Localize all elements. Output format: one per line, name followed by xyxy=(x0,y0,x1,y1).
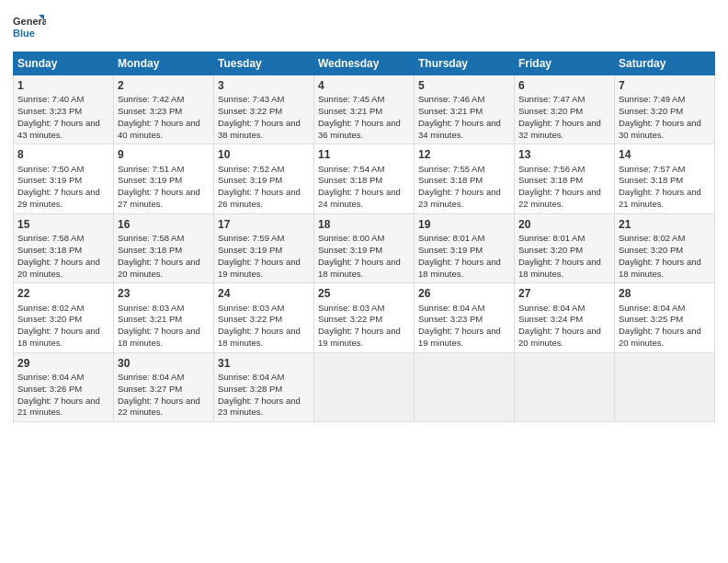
svg-text:Blue: Blue xyxy=(13,28,35,39)
sunset: Sunset: 3:23 PM xyxy=(418,314,483,324)
calendar-cell: 24Sunrise: 8:03 AMSunset: 3:22 PMDayligh… xyxy=(214,283,314,352)
week-row-1: 1Sunrise: 7:40 AMSunset: 3:23 PMDaylight… xyxy=(14,75,715,144)
sunset: Sunset: 3:18 PM xyxy=(418,175,483,185)
sunset: Sunset: 3:20 PM xyxy=(518,106,583,116)
sunrise: Sunrise: 7:55 AM xyxy=(418,164,484,174)
calendar-cell: 21Sunrise: 8:02 AMSunset: 3:20 PMDayligh… xyxy=(615,213,715,282)
week-row-3: 15Sunrise: 7:58 AMSunset: 3:18 PMDayligh… xyxy=(14,213,715,282)
daylight: Daylight: 7 hours and 23 minutes. xyxy=(218,396,301,418)
daylight: Daylight: 7 hours and 26 minutes. xyxy=(218,187,301,209)
sunrise: Sunrise: 7:42 AM xyxy=(118,94,184,104)
sunset: Sunset: 3:20 PM xyxy=(619,245,683,255)
sunrise: Sunrise: 7:58 AM xyxy=(17,233,84,243)
sunset: Sunset: 3:23 PM xyxy=(17,106,82,116)
col-header-saturday: Saturday xyxy=(615,52,715,75)
sunset: Sunset: 3:19 PM xyxy=(118,175,182,185)
calendar-cell xyxy=(415,352,515,421)
day-number: 3 xyxy=(218,78,310,93)
sunset: Sunset: 3:21 PM xyxy=(418,106,483,116)
calendar-cell: 6Sunrise: 7:47 AMSunset: 3:20 PMDaylight… xyxy=(515,75,615,144)
day-number: 20 xyxy=(518,217,610,232)
sunrise: Sunrise: 8:00 AM xyxy=(318,233,384,243)
calendar-cell: 30Sunrise: 8:04 AMSunset: 3:27 PMDayligh… xyxy=(114,352,214,421)
day-number: 29 xyxy=(17,356,109,371)
sunrise: Sunrise: 8:02 AM xyxy=(17,303,84,313)
day-number: 13 xyxy=(518,147,610,162)
sunset: Sunset: 3:19 PM xyxy=(418,245,483,255)
sunrise: Sunrise: 7:59 AM xyxy=(218,233,284,243)
day-number: 5 xyxy=(418,78,510,93)
sunset: Sunset: 3:27 PM xyxy=(118,384,182,394)
sunrise: Sunrise: 8:04 AM xyxy=(118,372,184,382)
daylight: Daylight: 7 hours and 20 minutes. xyxy=(619,326,701,348)
sunset: Sunset: 3:19 PM xyxy=(17,175,82,185)
calendar-cell: 25Sunrise: 8:03 AMSunset: 3:22 PMDayligh… xyxy=(314,283,415,352)
calendar-cell xyxy=(515,352,615,421)
calendar-cell: 27Sunrise: 8:04 AMSunset: 3:24 PMDayligh… xyxy=(515,283,615,352)
calendar-cell: 3Sunrise: 7:43 AMSunset: 3:22 PMDaylight… xyxy=(214,75,314,144)
daylight: Daylight: 7 hours and 18 minutes. xyxy=(118,326,200,348)
sunset: Sunset: 3:28 PM xyxy=(218,384,282,394)
calendar-cell: 31Sunrise: 8:04 AMSunset: 3:28 PMDayligh… xyxy=(214,352,314,421)
day-number: 15 xyxy=(17,217,109,232)
daylight: Daylight: 7 hours and 18 minutes. xyxy=(17,326,100,348)
day-number: 26 xyxy=(418,286,510,301)
day-number: 6 xyxy=(518,78,610,93)
sunrise: Sunrise: 7:52 AM xyxy=(218,164,284,174)
day-number: 9 xyxy=(118,147,210,162)
sunset: Sunset: 3:20 PM xyxy=(518,245,583,255)
week-row-5: 29Sunrise: 8:04 AMSunset: 3:26 PMDayligh… xyxy=(14,352,715,421)
calendar-cell: 28Sunrise: 8:04 AMSunset: 3:25 PMDayligh… xyxy=(615,283,715,352)
daylight: Daylight: 7 hours and 29 minutes. xyxy=(17,187,100,209)
daylight: Daylight: 7 hours and 18 minutes. xyxy=(518,257,601,279)
sunrise: Sunrise: 8:01 AM xyxy=(418,233,484,243)
sunrise: Sunrise: 8:04 AM xyxy=(218,372,284,382)
calendar-cell: 13Sunrise: 7:56 AMSunset: 3:18 PMDayligh… xyxy=(515,144,615,213)
daylight: Daylight: 7 hours and 20 minutes. xyxy=(17,257,100,279)
sunrise: Sunrise: 8:04 AM xyxy=(418,303,484,313)
calendar-cell: 18Sunrise: 8:00 AMSunset: 3:19 PMDayligh… xyxy=(314,213,415,282)
daylight: Daylight: 7 hours and 18 minutes. xyxy=(318,257,401,279)
calendar-cell: 17Sunrise: 7:59 AMSunset: 3:19 PMDayligh… xyxy=(214,213,314,282)
sunset: Sunset: 3:18 PM xyxy=(17,245,82,255)
sunrise: Sunrise: 7:49 AM xyxy=(619,94,685,104)
day-number: 14 xyxy=(619,147,711,162)
daylight: Daylight: 7 hours and 23 minutes. xyxy=(418,187,501,209)
sunrise: Sunrise: 8:03 AM xyxy=(318,303,384,313)
col-header-thursday: Thursday xyxy=(415,52,515,75)
sunset: Sunset: 3:20 PM xyxy=(17,314,82,324)
sunset: Sunset: 3:23 PM xyxy=(118,106,182,116)
header-row: SundayMondayTuesdayWednesdayThursdayFrid… xyxy=(14,52,715,75)
header: General Blue xyxy=(13,11,715,44)
day-number: 12 xyxy=(418,147,510,162)
daylight: Daylight: 7 hours and 19 minutes. xyxy=(318,326,401,348)
calendar-cell xyxy=(615,352,715,421)
day-number: 11 xyxy=(318,147,410,162)
day-number: 23 xyxy=(118,286,210,301)
col-header-wednesday: Wednesday xyxy=(314,52,415,75)
day-number: 1 xyxy=(17,78,109,93)
sunset: Sunset: 3:25 PM xyxy=(619,314,683,324)
sunrise: Sunrise: 8:03 AM xyxy=(118,303,184,313)
calendar-cell: 1Sunrise: 7:40 AMSunset: 3:23 PMDaylight… xyxy=(14,75,114,144)
logo: General Blue xyxy=(13,11,46,44)
calendar-cell: 19Sunrise: 8:01 AMSunset: 3:19 PMDayligh… xyxy=(415,213,515,282)
calendar-cell: 14Sunrise: 7:57 AMSunset: 3:18 PMDayligh… xyxy=(615,144,715,213)
day-number: 4 xyxy=(318,78,410,93)
day-number: 31 xyxy=(218,356,310,371)
sunset: Sunset: 3:18 PM xyxy=(318,175,382,185)
col-header-friday: Friday xyxy=(515,52,615,75)
col-header-sunday: Sunday xyxy=(14,52,114,75)
day-number: 28 xyxy=(619,286,711,301)
sunrise: Sunrise: 8:02 AM xyxy=(619,233,685,243)
sunrise: Sunrise: 7:50 AM xyxy=(17,164,84,174)
daylight: Daylight: 7 hours and 19 minutes. xyxy=(418,326,501,348)
calendar-container: General Blue SundayMondayTuesdayWednesda… xyxy=(0,0,728,430)
day-number: 2 xyxy=(118,78,210,93)
sunset: Sunset: 3:18 PM xyxy=(518,175,583,185)
daylight: Daylight: 7 hours and 36 minutes. xyxy=(318,118,401,140)
sunrise: Sunrise: 8:01 AM xyxy=(518,233,585,243)
col-header-tuesday: Tuesday xyxy=(214,52,314,75)
sunrise: Sunrise: 7:57 AM xyxy=(619,164,685,174)
calendar-cell: 20Sunrise: 8:01 AMSunset: 3:20 PMDayligh… xyxy=(515,213,615,282)
